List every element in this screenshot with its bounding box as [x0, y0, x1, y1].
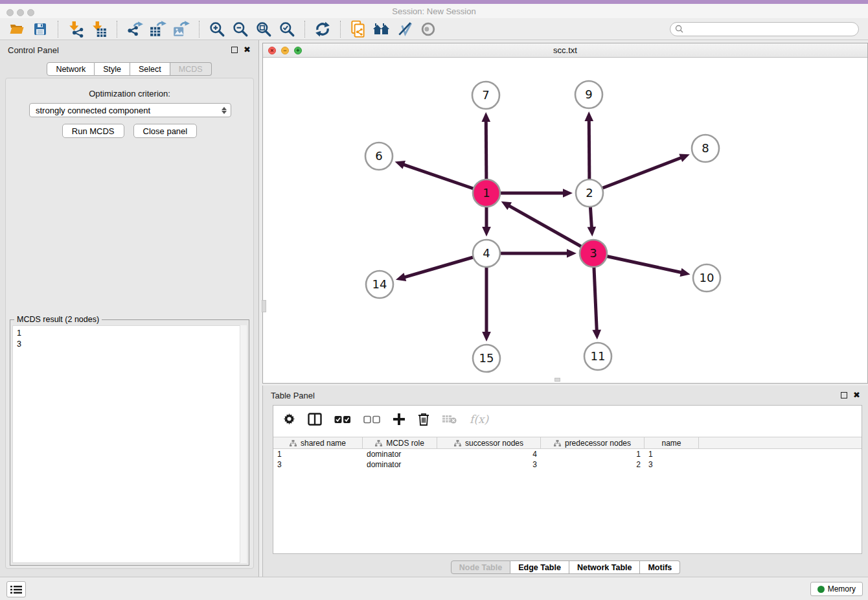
table-cell[interactable]: dominator	[363, 449, 437, 459]
import-network-icon[interactable]	[66, 20, 86, 38]
mcds-result-scrollbar[interactable]	[240, 325, 247, 563]
deselect-all-checkboxes-icon[interactable]	[363, 415, 380, 424]
close-panel-icon[interactable]: ✖	[244, 47, 251, 53]
table-panel-tabs: Node Table Edge Table Network Table Moti…	[263, 560, 868, 574]
column-header-name[interactable]: name	[645, 437, 699, 448]
add-column-icon[interactable]	[393, 413, 405, 426]
zoom-selected-icon[interactable]	[277, 20, 297, 38]
table-cell[interactable]: 1	[273, 449, 363, 459]
mcds-result-group: MCDS result (2 nodes) 13	[10, 319, 249, 566]
tab-network-table[interactable]: Network Table	[569, 560, 641, 574]
network-canvas[interactable]: 7968124314101511	[263, 58, 867, 383]
toolbar-separator	[199, 21, 200, 38]
tab-motifs[interactable]: Motifs	[640, 560, 680, 574]
task-history-button[interactable]	[6, 581, 26, 597]
close-panel-icon[interactable]: ✖	[853, 392, 860, 398]
refresh-icon[interactable]	[313, 20, 332, 38]
graph-edge-arrowhead	[592, 330, 601, 340]
column-header-predecessor-nodes[interactable]: predecessor nodes	[541, 437, 645, 448]
column-browser-icon[interactable]	[308, 413, 322, 426]
column-header-label: successor nodes	[465, 439, 523, 448]
network-window-titlebar[interactable]: × − + scc.txt	[263, 43, 867, 58]
delete-table-icon[interactable]	[442, 414, 457, 424]
network-graph[interactable]: 7968124314101511	[263, 58, 867, 383]
splitter-grip[interactable]	[554, 378, 560, 382]
tab-edge-table[interactable]: Edge Table	[510, 560, 569, 574]
memory-button[interactable]: Memory	[810, 582, 863, 596]
column-header-MCDS-role[interactable]: MCDS role	[363, 437, 437, 448]
optimization-criterion-label: Optimization criterion:	[6, 89, 253, 98]
memory-label: Memory	[828, 584, 856, 594]
graph-edge-2-8[interactable]	[589, 157, 682, 193]
hierarchy-icon	[375, 440, 382, 446]
column-header-successor-nodes[interactable]: successor nodes	[437, 437, 541, 448]
tab-mcds[interactable]: MCDS	[170, 62, 212, 76]
zoom-out-icon[interactable]	[231, 20, 250, 38]
column-header-label: MCDS role	[386, 439, 424, 448]
table-row[interactable]: 1dominator411	[273, 449, 862, 459]
delete-column-icon[interactable]	[418, 413, 429, 426]
tab-network[interactable]: Network	[47, 62, 95, 76]
export-image-icon[interactable]	[172, 20, 191, 38]
memory-status-icon	[817, 586, 825, 593]
mcds-result-textarea[interactable]: 13	[12, 325, 247, 563]
graph-node-label: 14	[372, 277, 387, 291]
table-cell[interactable]: dominator	[363, 459, 437, 470]
graph-node-label: 2	[586, 186, 593, 200]
column-header-label: shared name	[301, 439, 346, 448]
float-panel-icon[interactable]	[841, 392, 847, 398]
titlebar: Session: New Session	[0, 4, 868, 18]
zoom-in-icon[interactable]	[207, 20, 227, 38]
status-bar: Memory	[0, 577, 868, 600]
tab-style[interactable]: Style	[95, 62, 130, 76]
close-panel-button[interactable]: Close panel	[133, 124, 198, 138]
optimization-criterion-select[interactable]: strongly connected component	[29, 103, 231, 117]
import-table-icon[interactable]	[89, 20, 109, 38]
graph-node-label: 1	[483, 186, 490, 200]
column-header-shared-name[interactable]: shared name	[273, 437, 363, 448]
table-header-row: shared nameMCDS rolesuccessor nodesprede…	[273, 437, 862, 449]
toolbar-separator	[117, 21, 117, 38]
graph-edge-arrowhead	[481, 112, 490, 122]
table-settings-gear-icon[interactable]	[283, 413, 295, 426]
table-cell[interactable]: 3	[437, 459, 541, 470]
splitter-grip[interactable]	[262, 300, 266, 312]
select-all-checkboxes-icon[interactable]	[334, 415, 351, 424]
tab-select[interactable]: Select	[130, 62, 170, 76]
table-body: 1dominator4113dominator323	[273, 449, 862, 470]
graph-edge-arrowhead	[588, 227, 597, 237]
node-table-container: f(x) shared nameMCDS rolesuccessor nodes…	[273, 405, 862, 554]
table-cell[interactable]: 1	[541, 449, 645, 459]
home-view-icon[interactable]	[372, 20, 391, 38]
search-input[interactable]	[686, 23, 858, 35]
graph-edge-arrowhead	[680, 268, 690, 277]
graph-edge-3-1[interactable]	[508, 205, 593, 253]
graph-node-label: 4	[483, 246, 490, 260]
birds-eye-icon[interactable]	[418, 20, 438, 38]
table-cell[interactable]: 2	[541, 459, 645, 470]
function-builder-icon[interactable]: f(x)	[470, 413, 488, 426]
hide-details-icon[interactable]	[395, 20, 415, 38]
tab-node-table[interactable]: Node Table	[451, 560, 510, 574]
table-cell[interactable]: 3	[645, 459, 699, 470]
control-panel-tabs: Network Style Select MCDS	[0, 62, 258, 76]
table-row[interactable]: 3dominator323	[273, 459, 862, 470]
save-session-icon[interactable]	[30, 20, 50, 38]
zoom-fit-icon[interactable]	[254, 20, 273, 38]
toolbar-separator	[340, 21, 341, 38]
table-cell[interactable]: 4	[437, 449, 541, 459]
node-table[interactable]: shared nameMCDS rolesuccessor nodesprede…	[273, 437, 862, 470]
search-box[interactable]	[670, 22, 859, 36]
copy-style-icon[interactable]	[348, 20, 368, 38]
window-title: Session: New Session	[0, 6, 868, 16]
float-panel-icon[interactable]	[231, 47, 238, 53]
run-mcds-button[interactable]: Run MCDS	[62, 124, 124, 138]
export-table-icon[interactable]	[148, 20, 168, 38]
table-cell[interactable]: 1	[645, 449, 699, 459]
graph-node-label: 11	[591, 349, 606, 363]
column-header-label: predecessor nodes	[565, 439, 631, 448]
table-cell[interactable]: 3	[273, 459, 363, 470]
open-file-icon[interactable]	[7, 20, 27, 38]
export-network-icon[interactable]	[125, 20, 144, 38]
graph-edge-arrowhead	[395, 161, 405, 169]
